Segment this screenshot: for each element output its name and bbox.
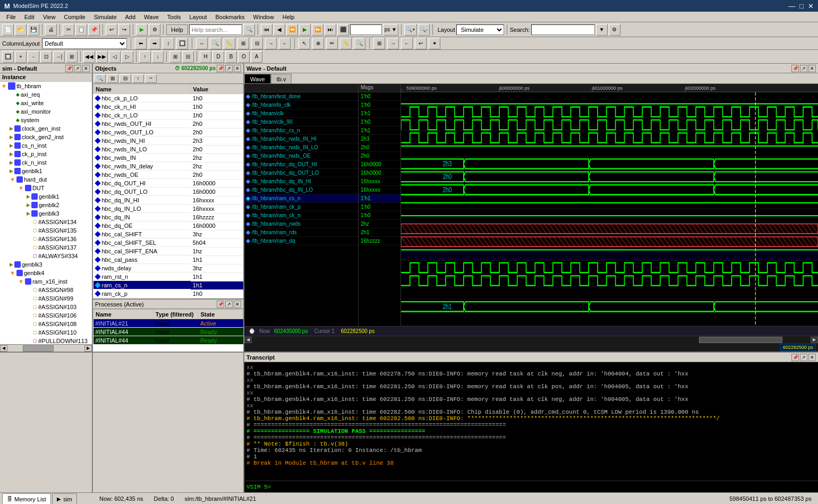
tree-item-assign108[interactable]: ⬡ #ASSIGN#108 [0, 320, 92, 328]
help-button[interactable]: Help [166, 24, 188, 35]
wave-sig-name-row[interactable]: /tb_hbram/ram_ck_p [244, 203, 358, 211]
obj-row[interactable]: ram_rst_n1h1 [93, 272, 243, 281]
wave-sig-name-row[interactable]: /tb_hbram/hbc_rwds_IN_LO [244, 143, 358, 152]
tree-item-hard_dut[interactable]: ▼ hard_dut [0, 175, 92, 184]
zoom-full-button[interactable]: 🔲 [2, 51, 14, 63]
tree-item-DUT[interactable]: ▼ DUT [0, 184, 92, 192]
wave-prev-edge-button[interactable]: ◁ [109, 51, 121, 63]
obj-row[interactable]: hbc_ck_n_LO1h0 [93, 111, 243, 119]
wave-sig-name-row[interactable]: /tb_hbram/test_done [244, 92, 358, 101]
layout-select[interactable]: Simulate [456, 24, 504, 35]
wave-sig-name-row[interactable]: /tb_hbram/ram_cs_n [244, 194, 358, 203]
obj-row[interactable]: hbc_ck_p_LO1h0 [93, 94, 243, 103]
tree-item-axi_monitor[interactable]: ◆ axi_monitor [0, 107, 92, 116]
obj-row[interactable]: hbc_rwds_OE2h0 [93, 170, 243, 179]
col-layout-btn4[interactable]: 🔲 [176, 38, 188, 49]
wave-up-button[interactable]: ↑ [139, 51, 151, 63]
simulate-button[interactable]: ⚙ [149, 24, 160, 36]
sim-close-button[interactable]: ✕ [82, 65, 90, 72]
wave-extra1[interactable]: ⊞ [373, 38, 385, 49]
tree-item-assign134[interactable]: ⬡ #ASSIGN#134 [0, 218, 92, 226]
wave-hscroll-right[interactable]: ▶ [811, 337, 818, 343]
tree-item-clock_gen2_inst[interactable]: ▶ clock_gen2_inst [0, 133, 92, 141]
transcript-body[interactable]: xx# tb_hbram.genblk4.ram_x16_inst: time … [244, 362, 818, 481]
obj-row[interactable]: hbc_cal_SHIFT_SEL5h04 [93, 238, 243, 247]
measure-cursor-btn[interactable]: 📏 [340, 38, 352, 49]
tree-item-ck_p_inst[interactable]: ▶ ck_p_inst [0, 150, 92, 158]
objects-body[interactable]: Name Value hbc_ck_p_LO1h0hbc_ck_n_HI1h0h… [93, 84, 243, 298]
tree-item-tb_hbram[interactable]: ▼ tb_hbram [0, 82, 92, 90]
obj-tb2[interactable]: ⊞ [107, 74, 118, 83]
select-cursor-btn[interactable]: ↖ [299, 38, 310, 49]
wave-sig-name-row[interactable]: /tb_hbram/ram_ck_n [244, 211, 358, 220]
objects-close-button[interactable]: ✕ [234, 65, 241, 72]
minimize-button[interactable]: — [788, 2, 795, 10]
zoom-cursor-btn[interactable]: ⊕ [312, 38, 324, 49]
col-layout-btn1[interactable]: ⬅ [135, 38, 147, 49]
obj-row[interactable]: hbc_dq_IN16hzzzz [93, 213, 243, 221]
wave-toolbar-btn4[interactable]: ⊞ [237, 38, 249, 49]
tree-item-assign110[interactable]: ⬡ #ASSIGN#110 [0, 328, 92, 337]
run-button[interactable]: ▶ [299, 24, 311, 36]
objects-pin-button[interactable]: 📌 [217, 65, 224, 72]
tree-item-always334[interactable]: ⬡ #ALWAYS#334 [0, 252, 92, 260]
obj-row[interactable]: hbc_rwds_IN2hz [93, 153, 243, 162]
tree-item-genblk4[interactable]: ▼ genblk4 [0, 269, 92, 277]
undo-button[interactable]: ↩ [106, 24, 117, 36]
help-search-input[interactable] [189, 24, 242, 35]
wave-extra4[interactable]: ↩ [415, 38, 427, 49]
wave-toolbar-btn5[interactable]: ⊟ [251, 38, 263, 49]
obj-row[interactable]: hbc_cal_SHIFT_ENA1hz [93, 247, 243, 255]
obj-tb1[interactable]: 🔍 [94, 74, 106, 83]
break-button[interactable]: ⬛ [337, 24, 349, 36]
col-layout-btn2[interactable]: ➡ [149, 38, 160, 49]
wave-toolbar-btn6[interactable]: → [265, 38, 277, 49]
transcript-close-button[interactable]: ✕ [808, 354, 816, 361]
tree-item-pulldown113[interactable]: ⬡ #PULLDOWN#113 [0, 337, 92, 344]
wave-extra3[interactable]: ← [401, 38, 413, 49]
transcript-pin-button[interactable]: 📌 [791, 354, 799, 361]
hscroll-left[interactable]: ◀ [0, 345, 7, 352]
sim-time-input[interactable]: 100 ps [350, 24, 382, 35]
tree-item-ram_x16_inst[interactable]: ▼ ram_x16_inst [0, 277, 92, 286]
menu-view[interactable]: View [39, 13, 60, 21]
obj-row[interactable]: hbc_rwds_IN_delay2hz [93, 162, 243, 170]
maximize-button[interactable]: □ [799, 2, 804, 10]
help-search-button[interactable]: 🔍 [243, 24, 255, 36]
tree-item-axi_req[interactable]: ◆ axi_req [0, 90, 92, 99]
wave-tab-wave[interactable]: Wave [244, 74, 271, 83]
wave-toolbar-btn7[interactable]: ← [279, 38, 291, 49]
obj-tb4[interactable]: ↑ [132, 74, 144, 83]
wave-expand-button[interactable]: ⊞ [169, 51, 181, 63]
obj-row[interactable]: hbc_dq_OUT_HI16h0000 [93, 179, 243, 187]
menu-add[interactable]: Add [121, 13, 140, 21]
wave-sig-name-row[interactable]: /tb_hbram/ram_rwds [244, 220, 358, 228]
obj-row[interactable]: hbc_cal_SHIFT3hz [93, 230, 243, 238]
wave-sig-name-row[interactable]: /tb_hbram/lo_clk [244, 101, 358, 109]
col-layout-btn3[interactable]: ↕ [163, 38, 174, 49]
wave-float-button[interactable]: ↗ [800, 65, 807, 72]
proc-row[interactable]: #INITIAL#44InitialReady [93, 328, 243, 336]
obj-row[interactable]: hbc_ck_n_HI1h0 [93, 102, 243, 111]
objects-float-button[interactable]: ↗ [225, 65, 233, 72]
wave-extra2[interactable]: → [387, 38, 399, 49]
copy-button[interactable]: 📋 [75, 24, 87, 36]
obj-row[interactable]: hbc_dq_IN_HI16hxxxx [93, 196, 243, 204]
zoom-in2-button[interactable]: + [15, 51, 27, 63]
tree-item-clock_gen_inst[interactable]: ▶ clock_gen_inst [0, 124, 92, 133]
redo-button[interactable]: ↪ [118, 24, 130, 36]
wave-next-button[interactable]: ▶▶ [96, 51, 108, 63]
wave-tab-tbv[interactable]: tb.v [271, 74, 292, 83]
wave-group-button[interactable]: ⊟ [182, 51, 194, 63]
tree-item-genblk1[interactable]: ▶ genblk1 [0, 167, 92, 175]
wave-close-button[interactable]: ✕ [808, 65, 816, 72]
wave-sig-name-row[interactable]: /tb_hbram/hbc_cs_n [244, 126, 358, 135]
proc-float-button[interactable]: ↗ [225, 301, 233, 308]
tree-item-assign106[interactable]: ⬡ #ASSIGN#106 [0, 311, 92, 320]
zoom-sel-button[interactable]: ⊡ [40, 51, 52, 63]
wave-signal-names[interactable]: /tb_hbram/test_done/tb_hbram/lo_clk/tb_h… [244, 92, 359, 326]
transcript-float-button[interactable]: ↗ [800, 354, 807, 361]
obj-row[interactable]: hbc_rwds_IN_LO2h0 [93, 145, 243, 153]
sim-tree-hscroll[interactable]: ◀ ▶ [0, 344, 92, 352]
wave-traces[interactable]: 2h32h02h02h1 [401, 92, 818, 326]
